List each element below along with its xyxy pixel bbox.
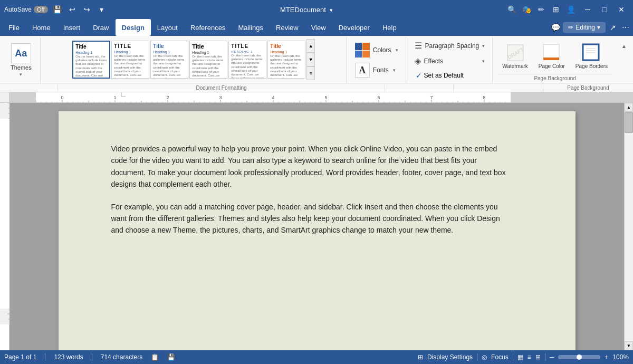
gallery-more-arrow[interactable]: ≡ <box>306 66 315 80</box>
colors-button[interactable]: Colors ▾ <box>352 41 401 59</box>
zoom-in-button[interactable]: + <box>605 353 608 361</box>
save-icon[interactable]: 💾 <box>52 4 63 15</box>
style-thumb-1[interactable]: Title Heading 1 On the Insert tab, the g… <box>72 41 110 79</box>
focus-icon[interactable]: ◎ <box>482 353 487 361</box>
menu-item-developer[interactable]: Developer <box>332 19 376 36</box>
page-info: Page 1 of 1 <box>4 353 36 361</box>
scroll-down-button[interactable]: ▼ <box>625 341 633 350</box>
status-left: Page 1 of 1 123 words 714 characters 📋 💾 <box>4 353 175 361</box>
comment-icon[interactable]: 💬 <box>550 22 561 33</box>
fonts-chevron: ▾ <box>393 68 396 73</box>
style-thumb-4[interactable]: Title Heading 1 On the Insert tab, the g… <box>189 41 227 79</box>
para-spacing-label: Paragraph Spacing <box>425 42 479 50</box>
status-divider-5 <box>545 353 545 361</box>
themes-section-label <box>0 84 58 92</box>
title-bar-center: MTEDocument ▾ <box>107 6 506 14</box>
themes-label: Themes <box>11 64 32 71</box>
menu-item-references[interactable]: References <box>184 19 232 36</box>
menu-item-mailings[interactable]: Mailings <box>232 19 270 36</box>
ribbon-section-labels: Document Formatting Page Background <box>0 83 633 92</box>
themes-button[interactable]: Aa Themes ▾ <box>6 41 36 79</box>
page-borders-button[interactable]: Page Borders <box>571 41 612 72</box>
paragraph-2: For example, you can add a matching cove… <box>111 201 512 236</box>
autosave-toggle[interactable]: AutoSave Off <box>4 6 48 13</box>
editing-label: Editing <box>576 24 595 31</box>
redo-icon[interactable]: ↪ <box>82 4 92 15</box>
undo-icon[interactable]: ↩ <box>67 4 78 15</box>
gallery-up-arrow[interactable]: ▲ <box>306 39 315 53</box>
ribbon-collapse-button[interactable]: ▲ <box>619 41 629 51</box>
style-thumb-2[interactable]: TITLE Heading 1 On the Insert tab, the g… <box>111 41 149 79</box>
set-default-button[interactable]: ✓ Set as Default <box>411 70 488 81</box>
menu-item-draw[interactable]: Draw <box>87 19 115 36</box>
close-button[interactable]: ✕ <box>614 4 629 15</box>
editing-button[interactable]: ✏ Editing ▾ <box>563 22 606 33</box>
document-text[interactable]: Video provides a powerful way to help yo… <box>111 143 512 236</box>
status-right: ⊞ Display Settings ◎ Focus ▦ ≡ ⊞ ─ + 100… <box>418 353 629 361</box>
page-borders-label: Page Borders <box>576 63 608 70</box>
zoom-slider[interactable] <box>558 355 600 359</box>
page-color-button[interactable]: Page Color <box>534 41 569 72</box>
proofing-icon[interactable]: 📋 <box>151 353 159 361</box>
effects-button[interactable]: ◈ Effects ▾ <box>411 54 488 68</box>
scroll-up-button[interactable]: ▲ <box>625 103 633 112</box>
style-thumb-6[interactable]: Title Heading 1 On the Insert tab, the g… <box>267 41 305 79</box>
share-icon[interactable]: ↗ <box>608 22 618 33</box>
fonts-button[interactable]: A Fonts ▾ <box>352 61 401 79</box>
view-icon-3[interactable]: ⊞ <box>535 353 541 361</box>
gallery-arrows: ▲ ▼ ≡ <box>306 39 315 80</box>
scroll-thumb[interactable] <box>625 112 633 133</box>
page-background-label: Page Background <box>498 74 612 81</box>
maximize-button[interactable]: □ <box>597 4 612 15</box>
focus-label[interactable]: Focus <box>491 353 509 361</box>
paragraph-1: Video provides a powerful way to help yo… <box>111 143 512 190</box>
menu-item-design[interactable]: Design <box>116 19 151 36</box>
watermark-icon: DRAFT <box>506 43 525 62</box>
page-color-label: Page Color <box>539 63 565 70</box>
search-icon[interactable]: 🔍 <box>506 4 517 15</box>
status-divider-1 <box>45 353 45 361</box>
pen-edit-icon[interactable]: ✏ <box>536 4 546 15</box>
zoom-out-button[interactable]: ─ <box>550 353 554 361</box>
window-controls: ─ □ ✕ <box>580 4 629 15</box>
page-bg-buttons: DRAFT Watermark Page Color <box>498 39 612 74</box>
document-area[interactable]: Video provides a powerful way to help yo… <box>9 103 624 350</box>
scroll-track[interactable] <box>625 112 633 341</box>
title-chevron[interactable]: ▾ <box>330 7 333 13</box>
display-settings-icon[interactable]: ⊞ <box>418 353 423 361</box>
customize-icon[interactable]: ▾ <box>97 4 107 15</box>
page-borders-icon <box>582 43 601 62</box>
style-thumb-3[interactable]: Title Heading 1 On the Insert tab, the g… <box>150 41 188 79</box>
ruler-corner <box>0 92 9 103</box>
ruler-area <box>0 92 633 103</box>
minimize-button[interactable]: ─ <box>580 4 595 15</box>
effects-icon: ◈ <box>415 56 421 66</box>
menu-item-file[interactable]: File <box>2 19 26 36</box>
title-bar: AutoSave Off 💾 ↩ ↪ ▾ MTEDocument ▾ 🔍 🎭 ✏… <box>0 0 633 19</box>
menu-item-help[interactable]: Help <box>376 19 403 36</box>
more-icon[interactable]: ⋯ <box>620 22 631 33</box>
zoom-level[interactable]: 100% <box>612 353 629 361</box>
user-icon[interactable]: 👤 <box>565 4 576 15</box>
view-icon-2[interactable]: ≡ <box>528 353 531 361</box>
paragraph-spacing-button[interactable]: ☰ Paragraph Spacing ▾ <box>411 39 488 52</box>
themes-group: Aa Themes ▾ <box>2 37 41 83</box>
save-status-icon[interactable]: 💾 <box>167 353 175 361</box>
menu-item-review[interactable]: Review <box>270 19 305 36</box>
menu-item-view[interactable]: View <box>305 19 332 36</box>
gallery-down-arrow[interactable]: ▼ <box>306 53 315 66</box>
svg-rect-2 <box>543 44 559 59</box>
menu-item-layout[interactable]: Layout <box>151 19 184 36</box>
style-thumb-5[interactable]: TITLE HEADING 1 On the Insert tab, the g… <box>228 41 266 79</box>
view-icon-1[interactable]: ▦ <box>517 353 523 361</box>
watermark-button[interactable]: DRAFT Watermark <box>498 41 532 72</box>
fonts-icon: A <box>355 63 370 78</box>
menu-item-home[interactable]: Home <box>26 19 57 36</box>
window-layout-icon[interactable]: ⊞ <box>551 4 561 15</box>
menu-item-insert[interactable]: Insert <box>57 19 87 36</box>
autosave-state[interactable]: Off <box>34 6 47 13</box>
display-settings-label[interactable]: Display Settings <box>427 353 473 361</box>
ribbon-icon[interactable]: 🎭 <box>521 4 532 15</box>
main-area: Video provides a powerful way to help yo… <box>0 103 633 350</box>
doc-formatting-group: Title Heading 1 On the Insert tab, the g… <box>42 37 347 83</box>
